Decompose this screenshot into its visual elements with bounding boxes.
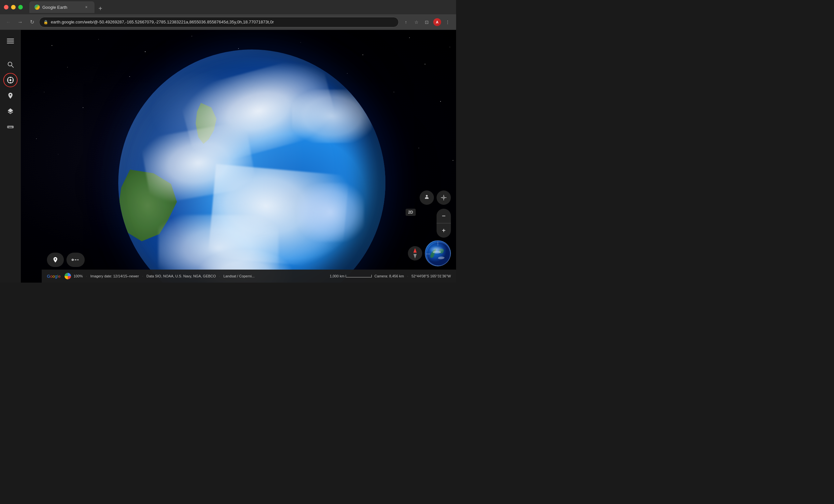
google-logo: Google: [47, 274, 61, 279]
imagery-date: Imagery date: 12/14/15–newer: [90, 274, 139, 278]
profile-avatar: A: [433, 18, 441, 26]
svg-rect-1: [7, 41, 14, 41]
tab-close-button[interactable]: ×: [83, 4, 89, 10]
scale-bar: 1,000 km: [330, 274, 372, 278]
zoom-row: 2D − +: [405, 209, 451, 238]
svg-point-27: [67, 67, 68, 68]
bottom-toolbar: [47, 253, 85, 267]
svg-point-23: [300, 42, 301, 43]
loading-indicator: [65, 273, 71, 279]
refresh-button[interactable]: ↻: [27, 18, 37, 27]
svg-point-43: [78, 259, 79, 260]
svg-rect-2: [7, 43, 14, 43]
layers-button[interactable]: [3, 104, 18, 118]
zoom-controls: − +: [437, 209, 451, 238]
svg-point-47: [443, 197, 445, 199]
bookmark-button[interactable]: ☆: [412, 18, 421, 27]
svg-point-34: [83, 108, 83, 108]
sidebar: [0, 30, 21, 282]
earth-viewport[interactable]: 2D − +: [21, 30, 456, 282]
minimize-window-button[interactable]: [11, 5, 16, 9]
toolbar-actions: ↑ ☆ ⊡ A ⋮: [401, 18, 452, 27]
svg-point-32: [425, 64, 425, 65]
coordinates: 52°44'08"S 165°31'36"W: [412, 274, 451, 278]
new-tab-button[interactable]: +: [96, 4, 105, 13]
right-controls: 2D − +: [405, 190, 451, 266]
close-window-button[interactable]: [4, 5, 8, 9]
2d-mode-button[interactable]: 2D: [405, 209, 416, 216]
compass-south: [413, 254, 417, 258]
share-button[interactable]: ↑: [401, 18, 411, 27]
browser-toolbar: ← → ↻ 🔒 earth.google.com/web/@-50.492692…: [0, 14, 456, 30]
back-button[interactable]: ←: [4, 18, 13, 27]
browser-window: Google Earth × + ← → ↻ 🔒 earth.google.co…: [0, 0, 456, 282]
cloud-6: [292, 90, 372, 143]
svg-point-36: [440, 101, 441, 101]
sidebar-menu-button[interactable]: [3, 34, 18, 48]
forward-button[interactable]: →: [16, 18, 25, 27]
svg-point-46: [426, 195, 428, 197]
add-pin-button[interactable]: [47, 253, 64, 267]
svg-point-38: [58, 154, 58, 154]
locate-me-button[interactable]: [437, 190, 451, 205]
zoom-plus-button[interactable]: +: [437, 223, 451, 238]
profile-button[interactable]: A: [433, 18, 442, 27]
earth-globe[interactable]: [118, 49, 386, 282]
camera-distance: Camera: 8,456 km: [374, 274, 404, 278]
status-bar: Google 100% · Imagery date: 12/14/15–new…: [42, 270, 456, 282]
maximize-window-button[interactable]: [18, 5, 23, 9]
menu-button[interactable]: ⋮: [443, 18, 452, 27]
lock-icon: 🔒: [43, 20, 48, 24]
svg-point-39: [419, 148, 419, 148]
search-button[interactable]: [3, 57, 18, 72]
cloud-7: [297, 183, 364, 242]
compass-row: [408, 240, 451, 266]
imagery-source: Landsat / Coperni...: [223, 274, 255, 278]
svg-line-4: [12, 65, 13, 67]
tab-favicon: [35, 4, 40, 10]
svg-rect-0: [7, 39, 14, 39]
tab-title: Google Earth: [42, 5, 81, 10]
voyager-button[interactable]: [3, 73, 18, 87]
measure-button[interactable]: [3, 120, 18, 134]
svg-point-35: [394, 92, 394, 92]
browser-titlebar: Google Earth × +: [0, 0, 456, 14]
svg-point-42: [75, 259, 76, 260]
street-view-button[interactable]: [420, 190, 434, 205]
url-text: earth.google.com/web/@-50.49269287,-165.…: [51, 20, 395, 24]
data-source: Data SIO, NOAA, U.S. Navy, NGA, GEBCO: [146, 274, 216, 278]
scale-line: [346, 275, 372, 277]
zoom-minus-button[interactable]: −: [437, 209, 451, 223]
svg-point-22: [238, 48, 239, 49]
active-tab[interactable]: Google Earth ×: [29, 1, 94, 13]
svg-point-33: [44, 92, 44, 92]
svg-point-52: [427, 242, 450, 266]
svg-point-26: [449, 47, 450, 47]
places-button[interactable]: [3, 89, 18, 103]
tab-bar: Google Earth × +: [29, 1, 452, 13]
svg-point-25: [409, 38, 410, 38]
traffic-lights: [4, 5, 23, 9]
svg-point-18: [51, 45, 52, 46]
svg-point-21: [192, 36, 192, 37]
svg-point-40: [453, 160, 453, 161]
loading-percent: 100%: [74, 274, 83, 278]
route-button[interactable]: [66, 253, 85, 267]
svg-point-6: [9, 79, 12, 81]
compass-north: [413, 248, 417, 253]
address-bar[interactable]: 🔒 earth.google.com/web/@-50.49269287,-16…: [39, 17, 399, 27]
scale-label: 1,000 km: [330, 274, 344, 278]
compass-button[interactable]: [408, 246, 422, 260]
svg-point-37: [36, 138, 37, 139]
google-earth-app: 2D − +: [0, 30, 456, 282]
extensions-button[interactable]: ⊡: [422, 18, 431, 27]
svg-point-41: [72, 259, 74, 261]
top-control-row: [420, 190, 451, 205]
globe-sphere: [118, 49, 386, 282]
cloud-layer: [118, 49, 386, 282]
mini-globe[interactable]: [425, 240, 451, 266]
